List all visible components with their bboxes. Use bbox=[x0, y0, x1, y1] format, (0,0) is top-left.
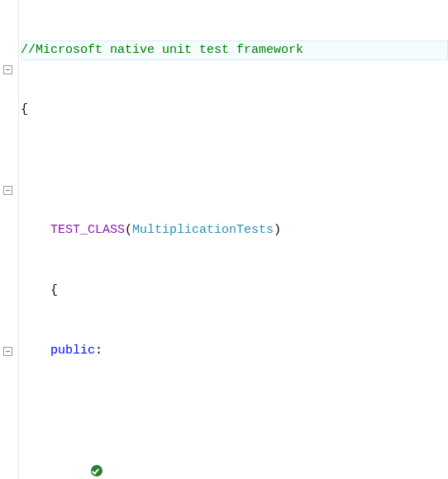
fold-toggle-icon[interactable] bbox=[3, 65, 12, 74]
code-line bbox=[21, 401, 448, 421]
code-line: //Microsoft native unit test framework bbox=[21, 40, 448, 60]
code-line bbox=[21, 462, 448, 479]
access-specifier: public bbox=[50, 344, 95, 358]
code-editor[interactable]: //Microsoft native unit test framework {… bbox=[0, 0, 448, 479]
fold-toggle-icon[interactable] bbox=[3, 186, 12, 195]
comment-text: //Microsoft native unit test framework bbox=[21, 43, 303, 57]
code-line: TEST_CLASS(MultiplicationTests) bbox=[21, 221, 448, 240]
fold-toggle-icon[interactable] bbox=[3, 347, 12, 356]
class-name: MultiplicationTests bbox=[132, 223, 274, 237]
code-line bbox=[21, 160, 448, 180]
code-line: public: bbox=[21, 341, 448, 361]
code-line: { bbox=[21, 100, 448, 120]
brace: { bbox=[21, 102, 28, 116]
brace: { bbox=[50, 283, 58, 297]
macro: TEST_CLASS bbox=[50, 223, 125, 237]
code-area[interactable]: //Microsoft native unit test framework {… bbox=[19, 0, 448, 479]
outline-gutter bbox=[0, 0, 19, 479]
code-line: { bbox=[21, 281, 448, 301]
test-pass-icon[interactable] bbox=[91, 465, 102, 477]
